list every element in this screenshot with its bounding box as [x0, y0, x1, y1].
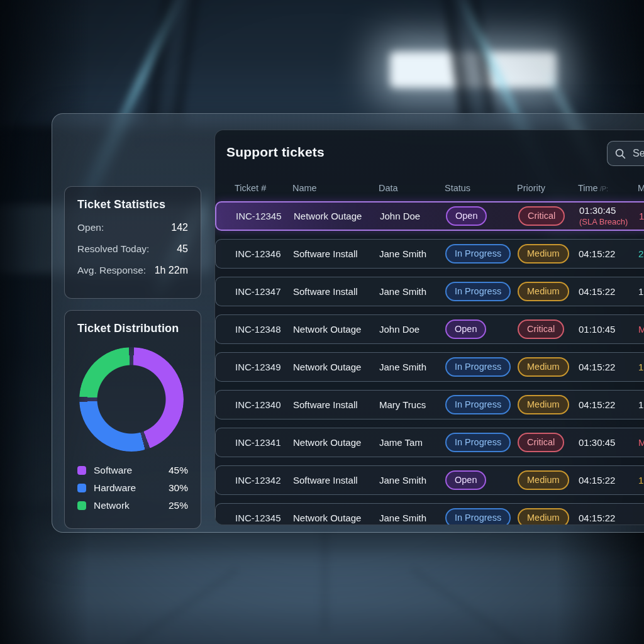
status-badge: In Progress: [445, 244, 511, 264]
table-row[interactable]: INC-12345Network OutageJane SmithIn Prog…: [215, 503, 644, 525]
column-header-m: M: [638, 183, 644, 193]
ticket-id: INC-12345: [236, 211, 294, 221]
software-swatch: [77, 466, 86, 475]
page-title: Support tickets: [226, 145, 325, 160]
stat-value: 1h 22m: [155, 265, 188, 276]
stat-label: Resolved Today:: [77, 243, 149, 255]
stat-value: 142: [171, 222, 188, 233]
stat-label: Avg. Response:: [77, 265, 146, 276]
ticket-name: Network Outage: [294, 211, 380, 221]
column-header-priority: Priority: [517, 183, 578, 193]
ticket-id: INC-12342: [235, 475, 293, 486]
table-row[interactable]: INC-12346Software InstallJane SmithIn Pr…: [215, 239, 644, 269]
stat-row-avg-response: Avg. Response: 1h 22m: [77, 265, 188, 276]
table-header: Ticket # Name Data Status Priority Time/…: [215, 180, 644, 196]
ticket-m-value: 1: [638, 286, 644, 297]
priority-badge: Medium: [518, 357, 569, 377]
column-header-data: Data: [379, 183, 445, 193]
ticket-time: 04:15:22: [579, 248, 638, 260]
stat-row-open: Open: 142: [77, 222, 188, 233]
table-row[interactable]: INC-12341Network OutageJame TamIn Progre…: [215, 428, 644, 457]
ticket-time: 01:30:45(SLA Breach): [579, 205, 639, 228]
chart-legend: Software 45% Hardware 30% Network 25%: [77, 464, 188, 517]
ticket-m-value: M: [638, 324, 644, 335]
table-row[interactable]: INC-12348Network OutageJohn DoeOpenCriti…: [215, 314, 644, 344]
table-row[interactable]: INC-12347Software InstallJane SmithIn Pr…: [215, 277, 644, 306]
ticket-person: Jane Smith: [379, 362, 445, 372]
ticket-m-value: 2: [638, 248, 644, 259]
priority-badge: Medium: [518, 508, 569, 525]
status-badge: Open: [445, 470, 486, 490]
ticket-person: John Doe: [379, 324, 445, 335]
column-header-status: Status: [445, 183, 517, 193]
donut-chart: [79, 347, 184, 452]
search-box[interactable]: [607, 141, 644, 166]
ticket-person: Jane Smith: [379, 248, 445, 259]
ticket-id: INC-12340: [235, 399, 293, 410]
ticket-name: Network Outage: [293, 437, 379, 448]
ticket-id: INC-12345: [235, 513, 293, 523]
stat-row-resolved: Resolved Today: 45: [77, 243, 188, 255]
ticket-id: INC-12341: [235, 437, 293, 448]
card-title: Ticket Statistics: [77, 198, 165, 211]
ticket-id: INC-12347: [235, 286, 293, 297]
table-row[interactable]: INC-12345Network OutageJohn DoeOpenCriti…: [215, 201, 644, 231]
ticket-m-value: 1: [638, 399, 644, 410]
ticket-id: INC-12346: [235, 248, 293, 259]
ticket-statistics-card: Ticket Statistics Open: 142 Resolved Tod…: [64, 186, 201, 299]
ticket-name: Software Install: [293, 286, 379, 297]
status-badge: Open: [445, 319, 486, 339]
ticket-time: 04:15:22: [579, 362, 638, 373]
stat-label: Open:: [77, 222, 104, 233]
priority-badge: Critical: [518, 206, 565, 226]
ticket-distribution-card: Ticket Distribution Software 45% Hardwar…: [64, 310, 201, 529]
table-rows: INC-12345Network OutageJohn DoeOpenCriti…: [215, 201, 644, 525]
ticket-time: 04:15:22: [579, 513, 638, 524]
priority-badge: Medium: [518, 244, 569, 264]
ticket-name: Network Outage: [293, 513, 379, 523]
priority-badge: Medium: [518, 395, 569, 414]
screenshot-root: { "colors": { "accent_purple": "#a855f7"…: [0, 0, 644, 644]
stat-value: 45: [177, 243, 188, 255]
table-row[interactable]: INC-12342Software InstallJane SmithOpenM…: [215, 465, 644, 495]
ticket-name: Network Outage: [293, 324, 379, 335]
priority-badge: Critical: [518, 319, 564, 339]
ticket-m-value: 1: [638, 475, 644, 486]
search-input[interactable]: [631, 147, 644, 160]
priority-badge: Medium: [518, 282, 569, 301]
sla-breach-note: (SLA Breach): [579, 216, 639, 228]
ticket-person: Jame Tam: [379, 437, 445, 448]
status-badge: In Progress: [445, 282, 511, 301]
priority-badge: Medium: [518, 470, 569, 490]
status-badge: In Progress: [445, 433, 511, 452]
ticket-m-value: 1: [638, 362, 644, 372]
ticket-time: 01:10:45: [579, 324, 638, 335]
status-badge: In Progress: [445, 508, 511, 525]
status-badge: In Progress: [445, 357, 511, 377]
legend-item-hardware: Hardware 30%: [77, 482, 188, 494]
hardware-swatch: [77, 484, 86, 492]
ticket-time: 04:15:22: [579, 399, 638, 411]
ticket-name: Network Outage: [293, 362, 379, 372]
ticket-m-value: 1: [639, 211, 644, 221]
column-header-time: Time/P:: [578, 183, 638, 193]
column-header-name: Name: [292, 183, 379, 193]
dashboard-panel: Ticket Statistics Open: 142 Resolved Tod…: [52, 113, 644, 533]
ticket-time: 01:30:45: [579, 437, 638, 448]
search-icon: [615, 148, 626, 159]
time-header-suffix: /P:: [600, 185, 608, 192]
status-badge: Open: [446, 206, 487, 226]
network-swatch: [77, 501, 86, 510]
legend-item-software: Software 45%: [77, 464, 188, 477]
priority-badge: Critical: [518, 433, 564, 452]
ticket-m-value: M: [638, 437, 644, 448]
column-header-ticket: Ticket #: [235, 183, 292, 193]
table-row[interactable]: INC-12340Software InstallMary TrucsIn Pr…: [215, 390, 644, 419]
card-title: Ticket Distribution: [77, 322, 179, 335]
ticket-name: Software Install: [293, 475, 379, 486]
support-tickets-panel: Support tickets Ticket # Name Data Statu…: [214, 130, 644, 525]
status-badge: In Progress: [445, 395, 511, 414]
ticket-name: Software Install: [293, 248, 379, 259]
ticket-person: John Doe: [380, 211, 446, 221]
table-row[interactable]: INC-12349Network OutageJane SmithIn Prog…: [215, 352, 644, 382]
